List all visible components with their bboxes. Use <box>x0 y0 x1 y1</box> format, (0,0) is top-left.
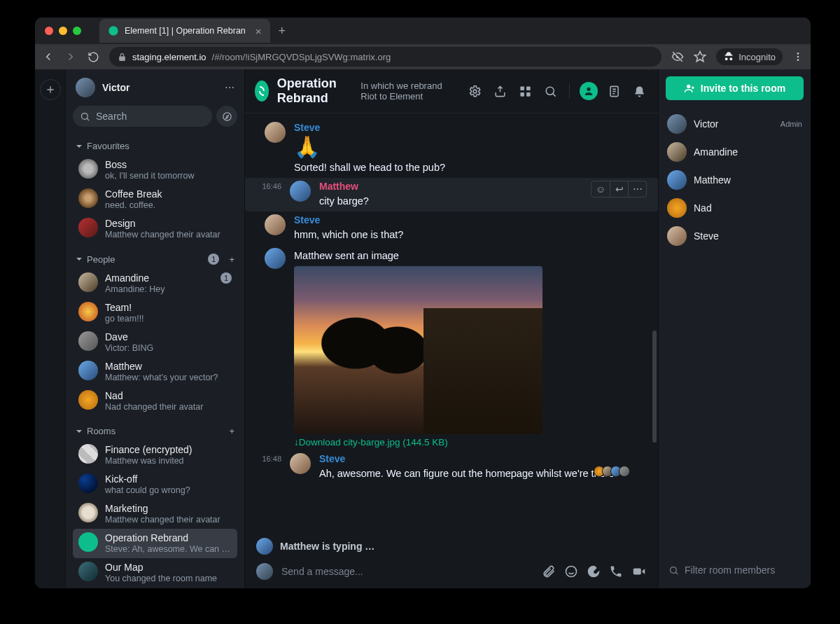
nav-forward-icon[interactable] <box>64 50 77 63</box>
upload-icon[interactable] <box>491 82 509 100</box>
spaces-rail <box>35 69 66 588</box>
room-tile[interactable]: Operation Rebrand Steve: Ah, awesome. We… <box>73 529 237 558</box>
incognito-badge[interactable]: Incognito <box>716 48 783 65</box>
message-avatar[interactable] <box>265 214 286 235</box>
member-avatar <box>667 198 687 218</box>
options-icon[interactable]: ⋯ <box>628 181 646 197</box>
user-header[interactable]: Victor ⋯ <box>66 69 244 106</box>
composer-input[interactable]: Send a message... <box>281 566 533 577</box>
reply-icon[interactable]: ↩ <box>610 181 628 197</box>
close-tab-icon[interactable]: × <box>255 25 262 37</box>
nav-back-icon[interactable] <box>42 50 55 63</box>
timeline[interactable]: Steve🙏Sorted! shall we head to the pub?1… <box>245 113 658 534</box>
room-avatar <box>78 188 98 208</box>
show-more-button[interactable]: Show 2 more <box>73 588 237 588</box>
members-icon[interactable] <box>580 82 598 100</box>
browser-tab[interactable]: Element [1] | Operation Rebran × <box>99 19 270 43</box>
add-room-button[interactable]: + <box>229 426 234 436</box>
room-title: Matthew <box>105 361 232 373</box>
message-sender: Steve <box>319 453 647 464</box>
svg-rect-10 <box>526 92 531 97</box>
chevron-down-icon <box>76 143 83 150</box>
svg-rect-15 <box>634 568 641 574</box>
traffic-lights[interactable] <box>45 27 81 35</box>
browser-menu-icon[interactable] <box>792 51 804 62</box>
address-bar[interactable]: staging.element.io/#/room/!iSjMRGQVDSpLj… <box>109 47 662 67</box>
add-space-button[interactable] <box>40 79 61 100</box>
settings-icon[interactable] <box>465 82 484 100</box>
room-avatar <box>78 473 98 493</box>
files-icon[interactable] <box>605 82 623 100</box>
favourites-header[interactable]: Favourites <box>73 137 237 155</box>
message[interactable]: Stevehmm, which one is that? <box>245 212 658 245</box>
filter-placeholder: Filter room members <box>685 564 775 576</box>
user-menu-icon[interactable]: ⋯ <box>225 82 234 93</box>
message-avatar[interactable] <box>290 453 311 474</box>
room-tile[interactable]: Our Map You changed the room name <box>73 558 237 588</box>
close-window[interactable] <box>45 27 53 35</box>
room-avatar[interactable] <box>255 81 269 102</box>
room-tile[interactable]: Marketing Matthew changed their avatar <box>73 499 237 529</box>
video-call-icon[interactable] <box>631 564 647 579</box>
message[interactable]: 16:48 SteveAh, awesome. We can figure ou… <box>245 450 658 484</box>
emoji-icon[interactable] <box>564 564 578 578</box>
room-tile[interactable]: Amandine Amandine: Hey 1 <box>73 269 237 298</box>
message-avatar[interactable] <box>265 122 286 143</box>
room-tile[interactable]: Nad Nad changed their avatar <box>73 387 237 416</box>
tab-title: Element [1] | Operation Rebran <box>125 26 246 36</box>
sticker-icon[interactable] <box>587 564 601 578</box>
message-avatar[interactable] <box>290 181 311 202</box>
member-row[interactable]: Victor Admin <box>666 110 804 138</box>
room-subtitle: go team!!! <box>105 314 232 324</box>
main-panel: Operation Rebrand In which we rebrand Ri… <box>245 69 658 588</box>
svg-rect-9 <box>520 92 524 97</box>
member-row[interactable]: Nad <box>666 194 804 222</box>
room-tile[interactable]: Dave Victor: BING <box>73 328 237 357</box>
add-people-button[interactable]: + <box>229 254 234 265</box>
attachment-icon[interactable] <box>542 564 556 578</box>
message-avatar[interactable] <box>265 248 286 269</box>
minimize-window[interactable] <box>59 27 67 35</box>
room-tile[interactable]: Design Matthew changed their avatar <box>73 214 237 244</box>
room-tile[interactable]: Finance (encrypted) Matthew was invited <box>73 441 237 470</box>
maximize-window[interactable] <box>73 27 81 35</box>
search-input[interactable]: Search <box>73 106 212 127</box>
explore-button[interactable] <box>216 106 237 127</box>
invite-button[interactable]: Invite to this room <box>666 76 804 100</box>
rooms-header[interactable]: Rooms + <box>73 422 237 441</box>
room-avatar <box>78 331 98 351</box>
apps-icon[interactable] <box>516 82 534 100</box>
new-tab-button[interactable]: + <box>279 24 286 39</box>
nav-reload-icon[interactable] <box>87 50 99 63</box>
room-tile[interactable]: Kick-off what could go wrong? <box>73 470 237 499</box>
room-subtitle: Nad changed their avatar <box>105 402 232 412</box>
voice-call-icon[interactable] <box>609 564 623 578</box>
app-window: Element [1] | Operation Rebran × + stagi… <box>35 18 811 588</box>
message[interactable]: Matthew sent an image ↓Download city-bar… <box>245 245 658 450</box>
room-tile[interactable]: Matthew Matthew: what's your vector? <box>73 357 237 387</box>
room-subtitle: You changed the room name <box>105 574 232 584</box>
browser-toolbar: staging.element.io/#/room/!iSjMRGQVDSpLj… <box>35 44 811 69</box>
notifications-icon[interactable] <box>630 82 648 100</box>
message[interactable]: Steve🙏Sorted! shall we head to the pub? <box>245 119 658 178</box>
svg-point-0 <box>108 26 118 35</box>
search-room-icon[interactable] <box>541 82 559 100</box>
room-tile[interactable]: Team! go team!!! <box>73 298 237 328</box>
download-link[interactable]: ↓Download city-barge.jpg (144.5 KB) <box>294 437 647 448</box>
member-row[interactable]: Amandine <box>666 138 804 166</box>
eye-off-icon[interactable] <box>671 50 684 63</box>
room-tile[interactable]: Coffee Break need. coffee. <box>73 185 237 214</box>
react-icon[interactable]: ☺ <box>592 181 610 197</box>
filter-members-input[interactable]: Filter room members <box>666 559 804 581</box>
scrollbar[interactable] <box>652 331 657 443</box>
people-header[interactable]: People 1 + <box>73 249 237 269</box>
message[interactable]: 16:46 Matthewcity barge?☺↩⋯ <box>245 178 658 212</box>
room-tile[interactable]: Boss ok, I'll send it tomorrow <box>73 155 237 185</box>
message-image[interactable] <box>294 266 542 434</box>
read-receipts[interactable] <box>596 466 630 477</box>
star-icon[interactable] <box>694 50 706 63</box>
message-event: Matthew sent an image <box>294 248 647 263</box>
member-row[interactable]: Matthew <box>666 166 804 194</box>
room-avatar <box>78 503 98 522</box>
member-row[interactable]: Steve <box>666 222 804 250</box>
